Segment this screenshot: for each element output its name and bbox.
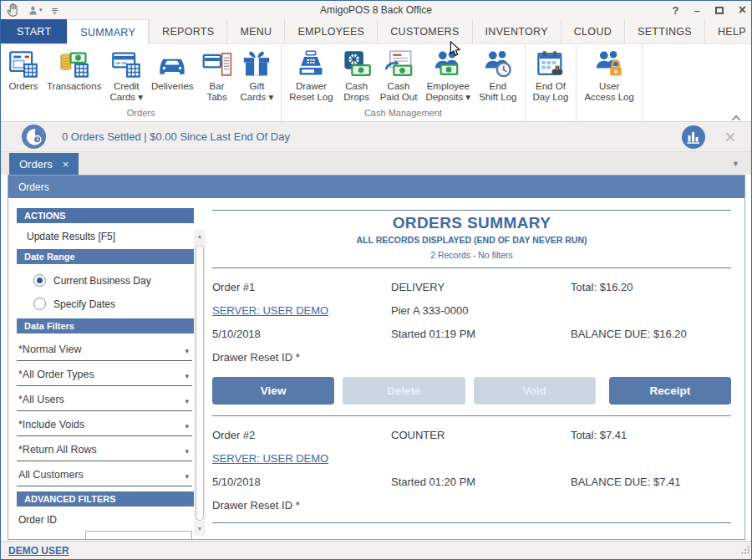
filter-dropdown-2[interactable]: *All Users▾ <box>17 390 192 411</box>
cash-drops-icon <box>342 49 372 79</box>
spacer <box>571 304 731 317</box>
ribbon-tabs: STARTSUMMARYREPORTSMENUEMPLOYEESCUSTOMER… <box>1 19 752 43</box>
employee-deposits-button[interactable]: EmployeeDeposits ▾ <box>421 48 475 104</box>
chevron-down-icon: ▾ <box>185 447 189 456</box>
tab-reports[interactable]: REPORTS <box>149 19 226 43</box>
chevron-down-icon: ▾ <box>39 7 43 13</box>
order-started: Started 01:19 PM <box>391 328 571 340</box>
scroll-down-icon[interactable]: ▼ <box>197 524 203 534</box>
scroll-up-icon[interactable]: ▲ <box>197 232 203 242</box>
user-quick-icon[interactable]: ▾ <box>28 5 43 16</box>
update-results-action[interactable]: Update Results [F5] <box>17 227 194 249</box>
server-link[interactable]: SERVER: USER DEMO <box>212 304 391 317</box>
bar-tabs-button[interactable]: BarTabs <box>198 48 236 104</box>
filter-dropdown-1[interactable]: *All Order Types▾ <box>17 365 192 386</box>
filter-dropdown-0[interactable]: *Normal View▾ <box>17 340 192 361</box>
cash-paid-out-button[interactable]: CashPaid Out <box>376 48 422 104</box>
advanced-filters-header: ADVANCED FILTERS <box>17 491 194 507</box>
tab-summary[interactable]: SUMMARY <box>67 19 149 44</box>
void-button[interactable]: Void <box>474 377 596 405</box>
close-button[interactable]: × <box>739 3 746 17</box>
radio-icon[interactable] <box>33 274 46 287</box>
receipt-button[interactable]: Receipt <box>609 377 731 405</box>
order-customer: Pier A 333-0000 <box>391 304 571 317</box>
employee-deposits-icon <box>433 49 463 79</box>
radio-icon[interactable] <box>33 298 46 310</box>
deliveries-icon <box>157 49 187 79</box>
order-number: Order #2 <box>212 429 391 441</box>
scrollbar-thumb[interactable] <box>196 245 204 521</box>
resize-grip[interactable] <box>741 542 749 557</box>
ribbon-group-orders: OrdersTransactionsCreditCards ▾Deliverie… <box>1 44 282 121</box>
tab-cloud[interactable]: CLOUD <box>561 19 624 43</box>
collapse-ribbon-icon[interactable] <box>731 109 741 116</box>
order-type: DELIVERY <box>391 281 571 293</box>
tab-customers[interactable]: CUSTOMERS <box>377 19 471 43</box>
order-type: COUNTER <box>391 429 571 441</box>
filter-dropdown-5[interactable]: All Customers▾ <box>17 466 192 486</box>
banner-close-icon[interactable]: × <box>724 127 736 147</box>
delete-button[interactable]: Delete <box>343 377 465 405</box>
transactions-button[interactable]: Transactions <box>43 48 105 94</box>
filter-dropdown-3[interactable]: *Include Voids▾ <box>17 415 192 436</box>
date-range-header: Date Range <box>17 249 194 264</box>
order-balance: BALANCE DUE: $16.20 <box>571 328 731 340</box>
filter-dropdown-4[interactable]: *Return All Rows▾ <box>17 440 192 461</box>
settled-orders-status: 0 Orders Settled | $0.00 Since Last End … <box>62 130 290 143</box>
app-window: ▾ AmigoPOS 8 Back Office ? – × STARTSUMM… <box>0 0 752 560</box>
scrollbar-track[interactable] <box>194 242 206 524</box>
tab-settings[interactable]: SETTINGS <box>624 19 704 43</box>
order-customer <box>391 452 571 465</box>
chevron-down-icon: ▾ <box>185 397 189 405</box>
help-button[interactable]: ? <box>672 5 678 16</box>
ribbon-group: UserAccess Log <box>577 44 642 121</box>
end-shift-log-button[interactable]: EndShift Log <box>475 48 521 104</box>
actions-header: ACTIONS <box>17 208 194 223</box>
credit-cards-button[interactable]: CreditCards ▾ <box>105 48 147 104</box>
operator-select[interactable]: = ▾ <box>18 535 74 539</box>
view-button[interactable]: View <box>212 377 334 405</box>
sidebar-scrollbar[interactable]: ▲ ▼ <box>194 230 206 536</box>
tab-menu[interactable]: MENU <box>226 19 284 43</box>
deliveries-button[interactable]: Deliveries <box>147 48 198 94</box>
minimize-button[interactable]: – <box>694 5 699 16</box>
radio-current-business-day[interactable]: Current Business Day <box>17 268 194 292</box>
order-id-input[interactable] <box>85 531 192 539</box>
spacer <box>571 452 731 465</box>
order-number: Order #1 <box>212 281 391 293</box>
hand-app-icon <box>6 3 21 18</box>
gift-cards-icon <box>241 49 272 79</box>
tab-start[interactable]: START <box>1 19 67 43</box>
chart-icon[interactable] <box>681 125 706 150</box>
end-shift-log-icon <box>483 49 513 79</box>
record-count: 2 Records - No filters <box>212 250 731 260</box>
transactions-icon <box>59 49 89 79</box>
summary-title: ORDERS SUMMARY <box>212 214 731 232</box>
operator-value: = <box>40 537 47 539</box>
status-banner: 0 Orders Settled | $0.00 Since Last End … <box>1 122 751 152</box>
order-summary-block: Order #1DELIVERYTotal: $16.20SERVER: USE… <box>212 268 731 416</box>
radio-specify-dates[interactable]: Specify Dates <box>17 292 194 315</box>
data-filters-header: Data Filters <box>17 318 194 333</box>
doc-tab-orders[interactable]: Orders × <box>9 153 79 175</box>
cash-drops-button[interactable]: CashDrops <box>338 48 376 104</box>
tab-help[interactable]: HELP <box>704 19 752 43</box>
logged-in-user-link[interactable]: DEMO USER <box>8 545 69 557</box>
maximize-button[interactable] <box>715 7 724 14</box>
server-link[interactable]: SERVER: USER DEMO <box>212 452 391 465</box>
tab-inventory[interactable]: INVENTORY <box>472 19 561 43</box>
chevron-down-icon: ▾ <box>185 422 189 430</box>
user-access-log-icon <box>594 49 624 79</box>
tab-employees[interactable]: EMPLOYEES <box>284 19 377 43</box>
drawer-reset-log-button[interactable]: DrawerReset Log <box>285 48 337 104</box>
user-access-log-button[interactable]: UserAccess Log <box>580 48 638 104</box>
customize-toolbar-icon[interactable] <box>49 5 60 16</box>
quick-access-toolbar: ▾ <box>6 3 60 18</box>
ribbon-group-cash-management: DrawerReset LogCashDropsCashPaid OutEmpl… <box>282 44 525 121</box>
end-of-day-log-button[interactable]: End OfDay Log <box>529 48 573 104</box>
order-total: Total: $7.41 <box>571 429 731 441</box>
gift-cards-button[interactable]: GiftCards ▾ <box>236 48 278 104</box>
doc-tab-close-icon[interactable]: × <box>63 158 69 171</box>
orders-button[interactable]: Orders <box>4 48 43 94</box>
tab-list-dropdown-icon[interactable]: ▼ <box>732 160 739 168</box>
